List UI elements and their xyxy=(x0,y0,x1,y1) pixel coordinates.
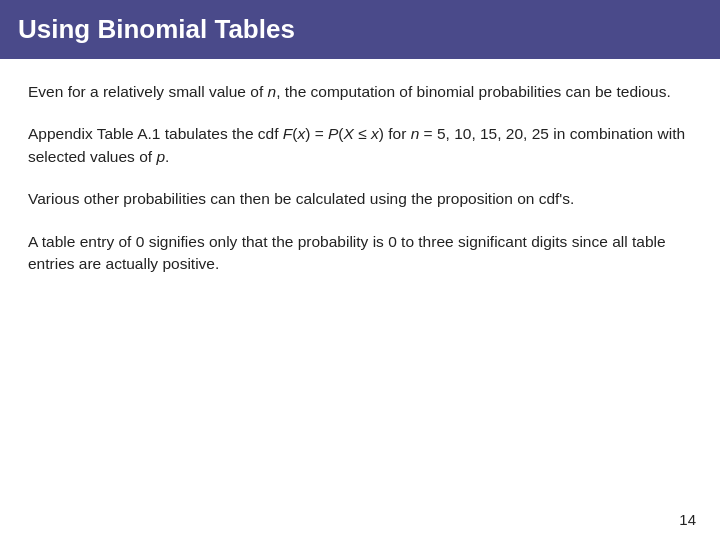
paragraph-3: Various other probabilities can then be … xyxy=(28,188,692,210)
paragraph-2: Appendix Table A.1 tabulates the cdf F(x… xyxy=(28,123,692,168)
paragraph-4: A table entry of 0 signifies only that t… xyxy=(28,231,692,276)
slide-title: Using Binomial Tables xyxy=(18,14,295,44)
page-number: 14 xyxy=(679,511,696,528)
paragraph-1: Even for a relatively small value of n, … xyxy=(28,81,692,103)
slide-container: Using Binomial Tables Even for a relativ… xyxy=(0,0,720,540)
content-area: Even for a relatively small value of n, … xyxy=(0,81,720,276)
title-bar: Using Binomial Tables xyxy=(0,0,720,59)
